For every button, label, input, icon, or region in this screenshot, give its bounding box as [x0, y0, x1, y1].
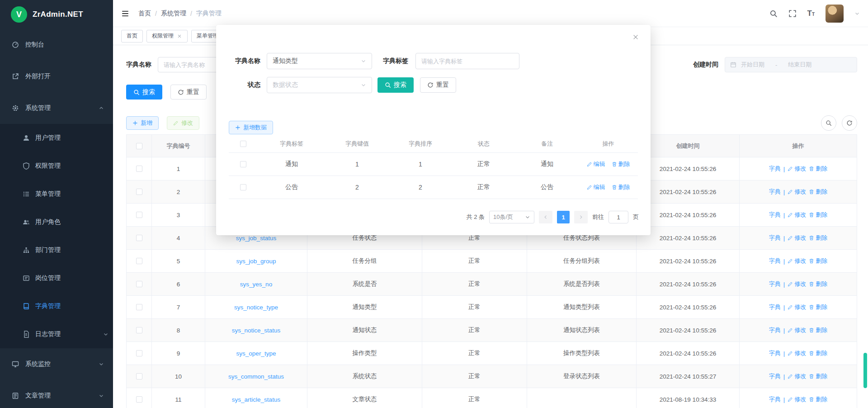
row-edit-link[interactable]: 修改 [788, 303, 806, 311]
row-edit-link[interactable]: 修改 [788, 211, 806, 219]
row-delete-link[interactable]: 删除 [809, 349, 827, 357]
row-edit-link[interactable]: 修改 [788, 188, 806, 196]
select-all-checkbox[interactable] [136, 143, 142, 149]
row-delete-link[interactable]: 删除 [809, 280, 827, 288]
dialog-reset-button[interactable]: 重置 [420, 77, 456, 93]
dict-link[interactable]: 字典 [769, 257, 781, 265]
dict-label-input[interactable] [415, 53, 519, 69]
row-edit-link[interactable]: 修改 [788, 165, 806, 173]
current-page-button[interactable]: 1 [557, 211, 570, 223]
sidebar-item-monitor[interactable]: 系统监控 [0, 348, 113, 380]
sidebar-item-roles[interactable]: 用户角色 [0, 208, 113, 236]
sidebar-item-articles[interactable]: 文章管理 [0, 380, 113, 408]
prev-page-button[interactable] [539, 211, 552, 223]
row-checkbox[interactable] [240, 184, 246, 190]
search-button[interactable]: 搜索 [126, 85, 162, 100]
scrollbar-thumb[interactable] [863, 353, 867, 388]
dict-link[interactable]: 字典 [769, 234, 781, 242]
row-edit-link[interactable]: 编辑 [587, 183, 605, 191]
font-size-icon[interactable]: TT [807, 9, 815, 17]
row-delete-link[interactable]: 删除 [809, 326, 827, 334]
row-edit-link[interactable]: 修改 [788, 395, 806, 403]
row-delete-link[interactable]: 删除 [612, 160, 630, 168]
page-size-select[interactable]: 10条/页 [489, 211, 534, 223]
breadcrumb-system[interactable]: 系统管理 [161, 9, 186, 18]
dict-link[interactable]: 字典 [769, 211, 781, 219]
row-delete-link[interactable]: 删除 [809, 165, 827, 173]
dict-link[interactable]: 字典 [769, 303, 781, 311]
dict-link[interactable]: 字典 [769, 188, 781, 196]
date-range-picker[interactable]: 开始日期 - 结束日期 [725, 57, 857, 72]
chevron-down-icon[interactable] [854, 11, 860, 16]
row-checkbox[interactable] [136, 373, 142, 380]
row-edit-link[interactable]: 修改 [788, 372, 806, 380]
breadcrumb-home[interactable]: 首页 [138, 9, 151, 18]
sidebar-item-permissions[interactable]: 权限管理 [0, 152, 113, 180]
status-select[interactable]: 数据状态 [267, 77, 372, 93]
dict-link[interactable]: 字典 [769, 280, 781, 288]
tab-home[interactable]: 首页 [121, 30, 143, 43]
close-icon[interactable] [177, 33, 182, 39]
select-all-checkbox[interactable] [240, 141, 246, 147]
reset-button[interactable]: 重置 [170, 85, 207, 100]
row-checkbox[interactable] [136, 189, 142, 195]
edit-button[interactable]: 修改 [167, 116, 199, 130]
dict-link[interactable]: 字典 [769, 349, 781, 357]
row-edit-link[interactable]: 修改 [788, 280, 806, 288]
add-data-button[interactable]: 新增数据 [229, 121, 273, 134]
cell-dict-name-link[interactable]: sys_common_status [205, 365, 307, 388]
sidebar-item-logs[interactable]: 日志管理 [0, 320, 113, 348]
row-edit-link[interactable]: 修改 [788, 349, 806, 357]
add-button[interactable]: 新增 [126, 116, 159, 130]
row-edit-link[interactable]: 编辑 [587, 160, 605, 168]
dialog-search-button[interactable]: 搜索 [377, 77, 414, 93]
avatar[interactable] [826, 5, 844, 23]
row-checkbox[interactable] [240, 161, 246, 167]
close-icon[interactable] [632, 34, 639, 40]
dict-link[interactable]: 字典 [769, 395, 781, 403]
row-checkbox[interactable] [136, 258, 142, 264]
dict-link[interactable]: 字典 [769, 165, 781, 173]
dict-type-select[interactable]: 通知类型 [267, 53, 372, 69]
cell-dict-name-link[interactable]: sys_article_status [205, 388, 307, 408]
row-delete-link[interactable]: 删除 [809, 234, 827, 242]
sidebar-item-posts[interactable]: 岗位管理 [0, 264, 113, 292]
row-edit-link[interactable]: 修改 [788, 234, 806, 242]
row-checkbox[interactable] [136, 350, 142, 356]
tab-permissions[interactable]: 权限管理 [146, 30, 188, 43]
row-delete-link[interactable]: 删除 [809, 257, 827, 265]
row-delete-link[interactable]: 删除 [809, 372, 827, 380]
sidebar-item-departments[interactable]: 部门管理 [0, 236, 113, 264]
goto-page-input[interactable] [609, 211, 628, 223]
row-checkbox[interactable] [136, 396, 142, 403]
row-checkbox[interactable] [136, 166, 142, 172]
row-checkbox[interactable] [136, 235, 142, 241]
menu-fold-icon[interactable] [121, 9, 129, 18]
row-delete-link[interactable]: 删除 [809, 188, 827, 196]
cell-dict-name-link[interactable]: sys_notice_type [205, 296, 307, 319]
row-delete-link[interactable]: 删除 [612, 183, 630, 191]
sidebar-item-external[interactable]: 外部打开 [0, 61, 113, 92]
sidebar-item-users[interactable]: 用户管理 [0, 124, 113, 152]
row-checkbox[interactable] [136, 304, 142, 310]
sidebar-item-system[interactable]: 系统管理 [0, 92, 113, 124]
cell-dict-name-link[interactable]: sys_yes_no [205, 273, 307, 296]
row-checkbox[interactable] [136, 212, 142, 218]
cell-dict-name-link[interactable]: sys_notice_status [205, 319, 307, 342]
refresh-table-button[interactable] [842, 115, 857, 131]
row-edit-link[interactable]: 修改 [788, 257, 806, 265]
next-page-button[interactable] [574, 211, 588, 223]
row-checkbox[interactable] [136, 281, 142, 287]
cell-dict-name-link[interactable]: sys_job_group [205, 250, 307, 273]
sidebar-item-console[interactable]: 控制台 [0, 29, 113, 61]
toggle-search-button[interactable] [821, 115, 836, 131]
cell-dict-name-link[interactable]: sys_oper_type [205, 342, 307, 365]
sidebar-item-dictionary[interactable]: 字典管理 [0, 292, 113, 320]
sidebar-item-menus[interactable]: 菜单管理 [0, 180, 113, 208]
dict-link[interactable]: 字典 [769, 372, 781, 380]
row-edit-link[interactable]: 修改 [788, 326, 806, 334]
row-delete-link[interactable]: 删除 [809, 211, 827, 219]
row-delete-link[interactable]: 删除 [809, 395, 827, 403]
row-delete-link[interactable]: 删除 [809, 303, 827, 311]
logo[interactable]: V ZrAdmin.NET [0, 0, 113, 29]
